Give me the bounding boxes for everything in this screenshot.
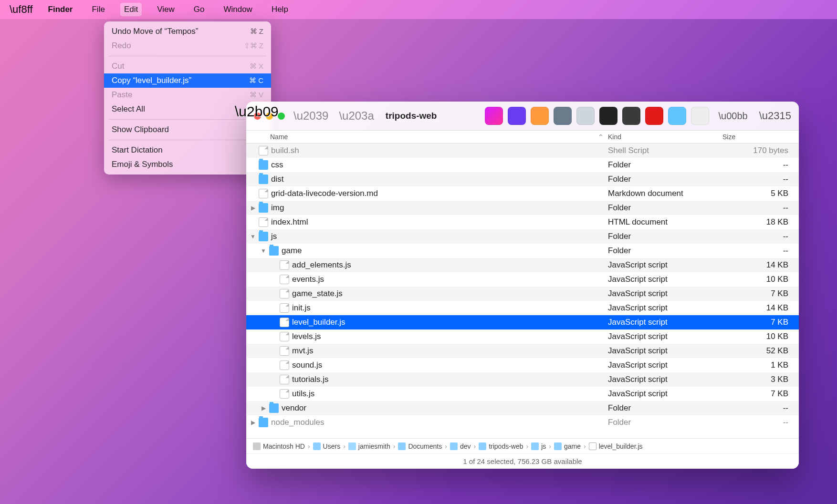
file-name: game [282, 246, 302, 256]
file-row[interactable]: build.shShell Script170 bytes [246, 144, 799, 158]
menu-item-paste: Paste ⌘ V [104, 88, 271, 102]
apple-menu-icon[interactable]: \uf8ff [10, 3, 33, 16]
crumb-label: jamiesmith [358, 442, 390, 450]
menu-edit[interactable]: Edit [120, 3, 142, 16]
disclosure-icon[interactable]: ▼ [261, 247, 266, 254]
folder-icon [259, 160, 268, 170]
menu-separator [109, 56, 266, 56]
close-button[interactable] [254, 113, 261, 120]
file-row[interactable]: levels.jsJavaScript script10 KB [246, 329, 799, 344]
chevron-right-icon: › [473, 442, 476, 450]
file-size: 10 KB [722, 332, 799, 341]
path-crumb[interactable]: js [531, 442, 546, 450]
path-crumb[interactable]: dev [450, 442, 471, 450]
disclosure-icon[interactable]: ▶ [250, 205, 256, 211]
disclosure-icon[interactable]: ▼ [250, 233, 256, 240]
menu-go[interactable]: Go [190, 3, 209, 16]
file-kind: Markdown document [608, 189, 722, 198]
file-size: -- [722, 175, 799, 184]
folder-icon [450, 442, 458, 450]
file-size: 7 KB [722, 389, 799, 399]
crumb-label: dev [460, 442, 471, 450]
file-icon [280, 318, 289, 327]
app-tile[interactable] [691, 107, 709, 125]
file-kind: JavaScript script [608, 346, 722, 356]
file-listing[interactable]: build.shShell Script170 bytescssFolder--… [246, 144, 799, 438]
path-crumb[interactable]: Macintosh HD [253, 442, 305, 450]
file-kind: JavaScript script [608, 360, 722, 370]
file-row[interactable]: ▶imgFolder-- [246, 201, 799, 215]
sort-indicator-icon[interactable]: ⌃ [594, 133, 608, 141]
path-crumb[interactable]: Documents [398, 442, 442, 450]
toolbar-overflow-button[interactable]: \u00bb [719, 111, 748, 122]
path-crumb[interactable]: jamiesmith [348, 442, 390, 450]
menu-window[interactable]: Window [220, 3, 256, 16]
col-size[interactable]: Size [722, 133, 799, 141]
col-name[interactable]: Name [246, 133, 594, 141]
col-kind[interactable]: Kind [608, 133, 722, 141]
file-row[interactable]: sound.jsJavaScript script1 KB [246, 358, 799, 372]
file-row[interactable]: ▶node_modulesFolder-- [246, 415, 799, 430]
file-kind: Folder [608, 246, 722, 256]
file-row[interactable]: cssFolder-- [246, 158, 799, 172]
menubar: \uf8ff Finder File Edit View Go Window H… [0, 0, 837, 19]
app-tile[interactable] [599, 107, 617, 125]
menu-view[interactable]: View [153, 3, 178, 16]
file-row[interactable]: events.jsJavaScript script10 KB [246, 272, 799, 287]
app-tile[interactable] [508, 107, 526, 125]
file-size: -- [722, 418, 799, 427]
file-row[interactable]: mvt.jsJavaScript script52 KB [246, 344, 799, 358]
app-tile[interactable] [554, 107, 572, 125]
forward-button[interactable]: \u203a [337, 109, 376, 123]
file-name: node_modules [271, 418, 324, 427]
crumb-label: Users [323, 442, 341, 450]
file-row[interactable]: utils.jsJavaScript script7 KB [246, 387, 799, 401]
folder-icon [259, 232, 268, 241]
file-name: tutorials.js [292, 375, 329, 384]
menu-item-copy[interactable]: Copy “level_builder.js” ⌘ C [104, 73, 271, 88]
app-tile[interactable] [485, 107, 503, 125]
menu-file[interactable]: File [88, 3, 108, 16]
file-size: 5 KB [722, 189, 799, 198]
file-row[interactable]: ▼jsFolder-- [246, 229, 799, 244]
path-crumb[interactable]: tripods-web [479, 442, 523, 450]
back-button[interactable]: \u2039 [292, 109, 330, 123]
app-tile[interactable] [645, 107, 663, 125]
menu-help[interactable]: Help [268, 3, 292, 16]
file-row[interactable]: add_elements.jsJavaScript script14 KB [246, 258, 799, 272]
path-crumb[interactable]: game [554, 442, 581, 450]
disclosure-icon[interactable]: ▶ [250, 419, 256, 426]
menu-app[interactable]: Finder [44, 3, 77, 16]
app-tile[interactable] [668, 107, 686, 125]
file-size: 18 KB [722, 217, 799, 227]
maximize-button[interactable] [278, 113, 285, 120]
file-row[interactable]: grid-data-livecode-version.mdMarkdown do… [246, 186, 799, 201]
file-name: js [271, 232, 277, 241]
file-row[interactable]: ▶vendorFolder-- [246, 401, 799, 415]
menu-label: Redo [112, 41, 131, 51]
file-size: -- [722, 203, 799, 213]
disclosure-icon[interactable]: ▶ [261, 405, 266, 411]
menu-item-redo: Redo ⇧⌘ Z [104, 39, 271, 53]
path-crumb[interactable]: Users [313, 442, 341, 450]
file-row[interactable]: init.jsJavaScript script14 KB [246, 301, 799, 315]
file-row[interactable]: index.htmlHTML document18 KB [246, 215, 799, 229]
file-kind: JavaScript script [608, 303, 722, 313]
file-icon [280, 303, 289, 313]
app-tile[interactable] [531, 107, 549, 125]
file-row[interactable]: level_builder.jsJavaScript script7 KB [246, 315, 799, 329]
file-row[interactable]: game_state.jsJavaScript script7 KB [246, 287, 799, 301]
menu-item-undo[interactable]: Undo Move of “Tempos” ⌘ Z [104, 24, 271, 39]
path-bar[interactable]: Macintosh HD›Users›jamiesmith›Documents›… [246, 438, 799, 453]
app-tile[interactable] [576, 107, 595, 125]
file-row[interactable]: tutorials.jsJavaScript script3 KB [246, 372, 799, 387]
file-kind: Folder [608, 232, 722, 241]
file-row[interactable]: ▼gameFolder-- [246, 244, 799, 258]
app-tile[interactable] [622, 107, 640, 125]
file-row[interactable]: distFolder-- [246, 172, 799, 186]
path-crumb[interactable]: level_builder.js [589, 442, 643, 450]
minimize-button[interactable] [266, 113, 273, 120]
file-name: add_elements.js [292, 260, 351, 270]
search-icon[interactable]: \u2315 [759, 110, 791, 122]
file-icon [280, 289, 289, 298]
